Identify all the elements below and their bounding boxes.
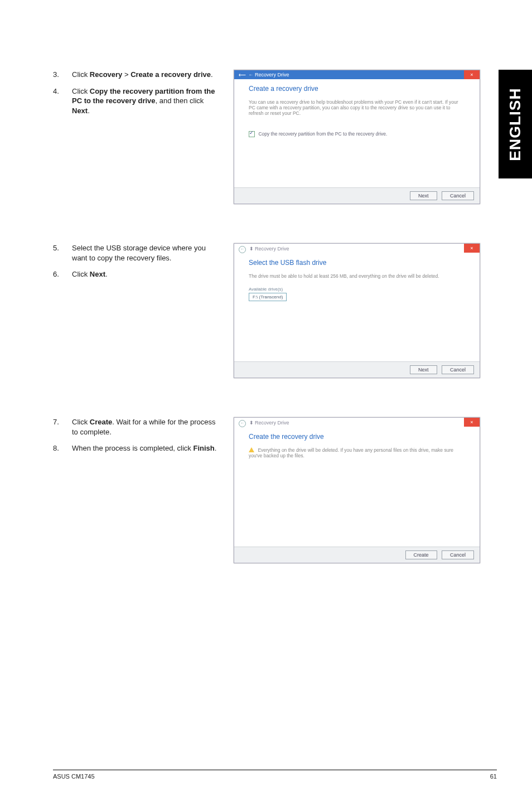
- available-drives-label: Available drive(s): [249, 287, 465, 292]
- step-3-body: Click Recovery > Create a recovery drive…: [72, 70, 220, 80]
- dialog1-footer: Next Cancel: [234, 187, 480, 204]
- recovery-drive-icon: ⬍: [249, 246, 254, 252]
- step-6-body: Click Next.: [72, 269, 220, 279]
- drive-list-item[interactable]: F:\ (Transcend): [249, 293, 287, 301]
- recovery-drive-icon: ⬍: [249, 420, 254, 426]
- dialog2-description: The drive must be able to hold at least …: [249, 273, 465, 279]
- step-5: 5. Select the USB storage device where y…: [53, 243, 220, 263]
- step-4-body: Click Copy the recovery partition from t…: [72, 86, 220, 116]
- copy-partition-checkbox-row: Copy the recovery partition from the PC …: [249, 131, 465, 137]
- next-button[interactable]: Next: [410, 365, 437, 374]
- close-icon[interactable]: ×: [464, 418, 480, 427]
- copy-partition-label: Copy the recovery partition from the PC …: [258, 131, 387, 137]
- dialog-select-usb: × ← ⬍ Recovery Drive Select the USB flas…: [234, 243, 480, 378]
- dialog3-description: Everything on the drive will be deleted.…: [249, 447, 465, 458]
- back-arrow-icon[interactable]: ←: [239, 420, 246, 427]
- dialog3-titlebar: ← ⬍ Recovery Drive: [234, 418, 480, 427]
- instructions-col-2: 5. Select the USB storage device where y…: [53, 243, 234, 286]
- dialog1-breadcrumb-text: ← Recovery Drive: [249, 72, 289, 78]
- language-tab-label: ENGLISH: [506, 88, 524, 161]
- dialog2-body: The drive must be able to hold at least …: [234, 270, 480, 361]
- back-arrow-icon[interactable]: ←: [239, 246, 246, 253]
- dialog1-body: You can use a recovery drive to help tro…: [234, 96, 480, 187]
- step-4: 4. Click Copy the recovery partition fro…: [53, 86, 220, 116]
- section-3: 7. Click Create. Wait for a while for th…: [53, 417, 482, 563]
- language-tab: ENGLISH: [499, 70, 532, 178]
- checkbox-icon[interactable]: [249, 131, 255, 137]
- instructions-col-3: 7. Click Create. Wait for a while for th…: [53, 417, 234, 460]
- step-7-num: 7.: [53, 417, 72, 437]
- dialog3-body: Everything on the drive will be deleted.…: [234, 444, 480, 547]
- dialog3-breadcrumb-text: Recovery Drive: [255, 420, 289, 426]
- step-8-body: When the process is completed, click Fin…: [72, 443, 220, 453]
- step-6-num: 6.: [53, 269, 72, 279]
- warning-icon: [249, 447, 254, 452]
- page-footer: ASUS CM1745 61: [53, 770, 497, 780]
- step-5-num: 5.: [53, 243, 72, 263]
- dialog2-heading: Select the USB flash drive: [234, 253, 480, 270]
- dialog1-description: You can use a recovery drive to help tro…: [249, 99, 465, 117]
- step-6: 6. Click Next.: [53, 269, 220, 279]
- page-content: 3. Click Recovery > Create a recovery dr…: [53, 70, 482, 602]
- cancel-button[interactable]: Cancel: [442, 550, 474, 559]
- dialog2-footer: Next Cancel: [234, 361, 480, 378]
- cancel-button[interactable]: Cancel: [442, 365, 474, 374]
- dialog2-breadcrumb-text: Recovery Drive: [255, 246, 289, 252]
- create-button[interactable]: Create: [405, 550, 437, 559]
- back-arrow-icon[interactable]: ⟵: [239, 72, 246, 78]
- dialog3-footer: Create Cancel: [234, 547, 480, 563]
- dialog2-titlebar: ← ⬍ Recovery Drive: [234, 244, 480, 253]
- next-button[interactable]: Next: [410, 191, 437, 200]
- instructions-col-1: 3. Click Recovery > Create a recovery dr…: [53, 70, 234, 122]
- step-7-body: Click Create. Wait for a while for the p…: [72, 417, 220, 437]
- dialog-create-drive: × ← ⬍ Recovery Drive Create the recovery…: [234, 417, 480, 563]
- close-icon[interactable]: ×: [464, 70, 480, 79]
- dialog-create-recovery: × ⟵ ← Recovery Drive Create a recovery d…: [234, 70, 480, 204]
- step-3: 3. Click Recovery > Create a recovery dr…: [53, 70, 220, 80]
- dialog1-heading: Create a recovery drive: [234, 79, 480, 96]
- dialog1-titlebar: ⟵ ← Recovery Drive: [234, 70, 480, 79]
- step-5-body: Select the USB storage device where you …: [72, 243, 220, 263]
- section-2: 5. Select the USB storage device where y…: [53, 243, 482, 378]
- cancel-button[interactable]: Cancel: [442, 191, 474, 200]
- step-3-num: 3.: [53, 70, 72, 80]
- step-8-num: 8.: [53, 443, 72, 453]
- dialog3-heading: Create the recovery drive: [234, 427, 480, 444]
- footer-page-number: 61: [490, 773, 497, 780]
- step-7: 7. Click Create. Wait for a while for th…: [53, 417, 220, 437]
- close-icon[interactable]: ×: [464, 244, 480, 253]
- section-1: 3. Click Recovery > Create a recovery dr…: [53, 70, 482, 204]
- step-4-num: 4.: [53, 86, 72, 116]
- footer-product: ASUS CM1745: [53, 773, 95, 780]
- step-8: 8. When the process is completed, click …: [53, 443, 220, 453]
